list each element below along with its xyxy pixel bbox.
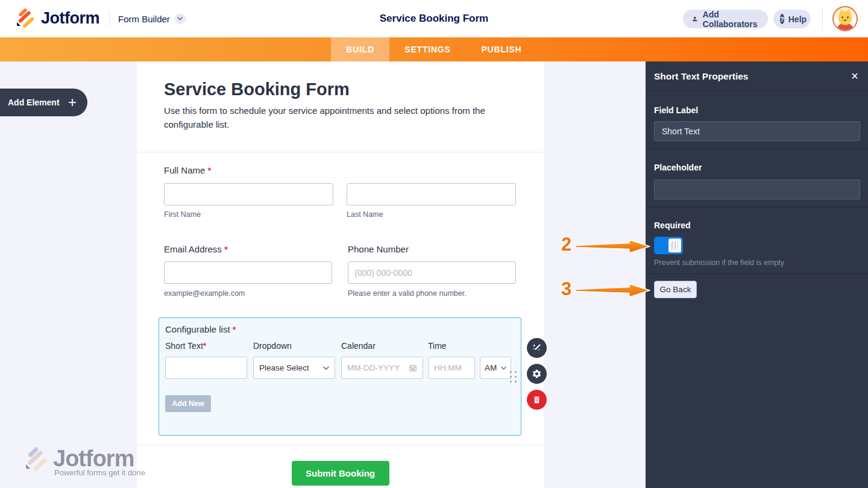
list-time-input[interactable] xyxy=(428,357,475,379)
help-button[interactable]: ? Help xyxy=(773,10,811,28)
plus-icon: + xyxy=(68,95,77,110)
tab-build[interactable]: BUILD xyxy=(331,37,389,61)
list-short-text-input[interactable] xyxy=(165,357,247,379)
section-divider xyxy=(137,152,544,152)
close-icon[interactable]: ✕ xyxy=(849,70,860,81)
add-collaborators-label: Add Collaborators xyxy=(703,10,760,29)
jotform-form-builder: Jotform Form Builder Service Booking For… xyxy=(0,0,868,488)
field-label-input[interactable] xyxy=(654,121,860,141)
panel-divider xyxy=(646,274,868,274)
toggle-knob xyxy=(668,239,681,252)
add-element-label: Add Element xyxy=(8,98,60,107)
phone-input[interactable] xyxy=(348,261,516,284)
form-title[interactable]: Service Booking Form xyxy=(164,80,350,99)
help-label: Help xyxy=(788,14,807,24)
list-ampm-select[interactable]: AM xyxy=(480,357,511,379)
annotation-step-3: 3 xyxy=(561,278,571,300)
last-name-input[interactable] xyxy=(347,183,516,205)
chevron-down-icon xyxy=(501,366,506,370)
required-asterisk: * xyxy=(203,341,206,351)
required-asterisk: * xyxy=(208,165,212,175)
section-divider xyxy=(137,445,544,445)
required-asterisk: * xyxy=(233,324,236,334)
annotation-arrow-2 xyxy=(575,239,651,254)
field-label-label: Field Label xyxy=(654,105,698,115)
column-short-text: Short Text* xyxy=(165,341,206,351)
annotation-step-2: 2 xyxy=(561,234,571,255)
chevron-down-icon xyxy=(323,366,329,370)
placeholder-input[interactable] xyxy=(654,180,860,199)
top-header: Jotform Form Builder Service Booking For… xyxy=(0,0,868,37)
panel-divider xyxy=(646,149,868,149)
jotform-watermark-icon xyxy=(23,446,48,472)
trash-icon xyxy=(532,395,541,404)
watermark-tagline: Powerful forms get it done xyxy=(54,468,145,477)
column-dropdown: Dropdown xyxy=(253,341,292,351)
phone-label[interactable]: Phone Number xyxy=(348,244,409,254)
submit-booking-button[interactable]: Submit Booking xyxy=(292,461,389,486)
add-new-row-button[interactable]: Add New xyxy=(165,395,211,412)
jotform-watermark[interactable]: Jotform Powerful forms get it done xyxy=(23,446,145,477)
email-label[interactable]: Email Address * xyxy=(164,244,228,254)
go-back-button[interactable]: Go Back xyxy=(654,281,697,298)
configurable-list-element[interactable]: Configurable list * Short Text* Dropdown… xyxy=(159,318,521,436)
drag-handle[interactable] xyxy=(510,371,518,384)
configurable-list-label: Configurable list * xyxy=(165,324,236,334)
dropdown-value: Please Select xyxy=(259,363,309,372)
form-description[interactable]: Use this form to schedule your service a… xyxy=(164,104,508,131)
form-canvas: Service Booking Form Use this form to sc… xyxy=(137,61,544,488)
add-element-button[interactable]: Add Element + xyxy=(0,89,87,116)
full-name-label[interactable]: Full Name * xyxy=(164,165,211,175)
ampm-value: AM xyxy=(485,363,497,372)
column-calendar: Calendar xyxy=(341,341,376,351)
add-collaborators-button[interactable]: Add Collaborators xyxy=(683,10,768,28)
email-input[interactable] xyxy=(164,261,332,284)
annotation-arrow-3 xyxy=(575,283,651,298)
properties-panel: Short Text Properties ✕ Field Label Plac… xyxy=(646,61,868,488)
panel-divider xyxy=(646,207,868,207)
gear-icon xyxy=(532,369,542,379)
required-toggle[interactable] xyxy=(654,237,683,254)
properties-gear-button[interactable] xyxy=(527,364,547,384)
question-icon: ? xyxy=(780,14,784,24)
calendar-icon xyxy=(409,364,417,372)
first-name-sublabel: First Name xyxy=(164,210,201,219)
first-name-input[interactable] xyxy=(164,183,333,205)
avatar[interactable] xyxy=(832,6,858,31)
phone-sublabel: Please enter a valid phone number. xyxy=(348,289,467,298)
email-sublabel: example@example.com xyxy=(164,289,245,298)
tab-publish[interactable]: PUBLISH xyxy=(466,37,537,61)
last-name-sublabel: Last Name xyxy=(347,210,383,219)
builder-navbar: BUILD SETTINGS PUBLISH xyxy=(0,37,868,61)
panel-header: Short Text Properties ✕ xyxy=(646,61,868,91)
required-helper-text: Prevent submission if the field is empty xyxy=(654,258,784,267)
list-calendar-input[interactable]: MM-DD-YYYY xyxy=(341,357,423,379)
magic-wand-button[interactable] xyxy=(527,338,547,358)
tab-settings[interactable]: SETTINGS xyxy=(389,37,466,61)
placeholder-label: Placeholder xyxy=(654,163,702,172)
magic-wand-icon xyxy=(532,343,542,353)
header-divider-2 xyxy=(822,7,823,31)
required-asterisk: * xyxy=(224,244,228,254)
list-dropdown-select[interactable]: Please Select xyxy=(253,357,335,379)
person-icon xyxy=(691,14,699,23)
panel-title: Short Text Properties xyxy=(654,71,748,82)
column-time: Time xyxy=(428,341,447,351)
calendar-placeholder: MM-DD-YYYY xyxy=(347,363,400,372)
required-label: Required xyxy=(654,221,691,230)
delete-button[interactable] xyxy=(527,390,547,410)
